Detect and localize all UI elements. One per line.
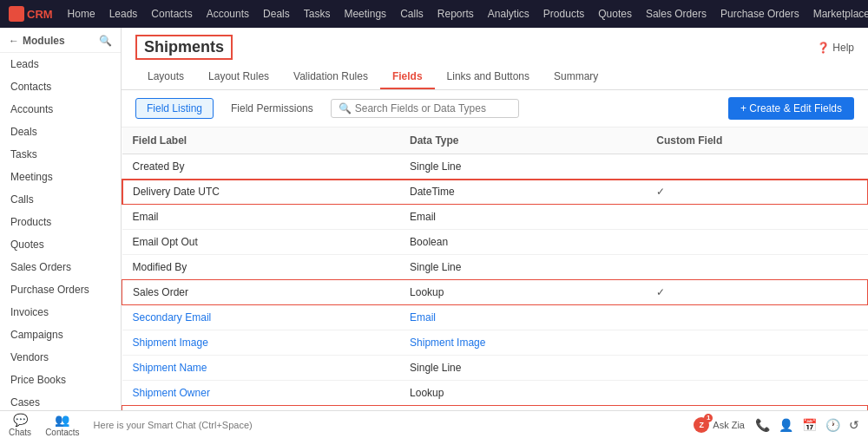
fields-table: Field Label Data Type Custom Field Creat… — [122, 127, 868, 410]
page-header: Shipments ❓ Help Layouts Layout Rules Va… — [122, 28, 868, 90]
content-area: Shipments ❓ Help Layouts Layout Rules Va… — [122, 28, 868, 410]
sidebar-item-quotes[interactable]: Quotes — [0, 233, 121, 256]
brand-name: CRM — [27, 8, 53, 21]
table-row: Shipment Name Single Line — [122, 356, 868, 381]
data-type-cell: Single Line — [399, 255, 646, 280]
custom-field-cell — [646, 305, 867, 330]
sidebar-item-cases[interactable]: Cases — [0, 391, 121, 410]
nav-analytics[interactable]: Analytics — [482, 0, 536, 28]
custom-field-cell — [646, 330, 867, 356]
zia-badge: 1 — [704, 414, 713, 422]
tab-fields[interactable]: Fields — [380, 65, 435, 89]
sidebar-item-meetings[interactable]: Meetings — [0, 166, 121, 188]
zia-section: Z 1 Ask Zia 📞 👤 📅 🕐 ↺ — [694, 417, 859, 433]
field-permissions-button[interactable]: Field Permissions — [220, 99, 324, 118]
contacts-label: Contacts — [45, 428, 79, 437]
nav-home[interactable]: Home — [62, 0, 102, 28]
field-label-cell: Shipment Name — [122, 356, 400, 381]
tab-summary[interactable]: Summary — [542, 65, 610, 89]
top-navigation: CRM Home Leads Contacts Accounts Deals T… — [0, 0, 868, 28]
sub-toolbar: Field Listing Field Permissions 🔍 + Crea… — [122, 90, 868, 127]
nav-quotes[interactable]: Quotes — [592, 0, 638, 28]
sidebar-title: Modules — [23, 35, 65, 47]
table-row: Email Opt Out Boolean — [122, 230, 868, 255]
search-field-container: 🔍 — [331, 99, 519, 118]
sidebar-item-calls[interactable]: Calls — [0, 188, 121, 211]
help-link[interactable]: ❓ Help — [817, 42, 854, 54]
calendar-bottom-icon[interactable]: 📅 — [802, 418, 817, 432]
contacts-button[interactable]: 👥 Contacts — [45, 413, 79, 437]
chats-button[interactable]: 💬 Chats — [9, 413, 31, 437]
main-layout: ← Modules 🔍 Leads Contacts Accounts Deal… — [0, 28, 868, 410]
nav-marketplace[interactable]: Marketplace — [807, 0, 868, 28]
zia-icon: Z 1 — [694, 417, 709, 433]
create-edit-fields-button[interactable]: + Create & Edit Fields — [728, 97, 854, 120]
sidebar: ← Modules 🔍 Leads Contacts Accounts Deal… — [0, 28, 122, 410]
field-label-cell: Modified By — [122, 255, 400, 280]
nav-reports[interactable]: Reports — [431, 0, 480, 28]
sidebar-item-contacts[interactable]: Contacts — [0, 75, 121, 98]
data-type-cell: Lookup — [399, 381, 646, 406]
table-row: Shipment Owner Lookup — [122, 381, 868, 406]
table-row: Delivery Date UTC DateTime ✓ — [122, 180, 868, 205]
sidebar-search-icon[interactable]: 🔍 — [99, 35, 112, 47]
sidebar-item-price-books[interactable]: Price Books — [0, 369, 121, 391]
smart-chat-hint: Here is your Smart Chat (Ctrl+Space) — [94, 420, 681, 430]
sidebar-item-invoices[interactable]: Invoices — [0, 301, 121, 324]
nav-tasks[interactable]: Tasks — [298, 0, 337, 28]
back-arrow-icon[interactable]: ← — [9, 35, 19, 47]
custom-field-cell — [646, 356, 867, 381]
help-label: Help — [832, 42, 854, 54]
phone-icon[interactable]: 📞 — [755, 418, 770, 432]
nav-deals[interactable]: Deals — [257, 0, 296, 28]
person-icon[interactable]: 👤 — [779, 418, 793, 432]
table-row: Modified By Single Line — [122, 255, 868, 280]
field-label-cell: Email Opt Out — [122, 230, 400, 255]
nav-accounts[interactable]: Accounts — [201, 0, 255, 28]
sidebar-item-vendors[interactable]: Vendors — [0, 346, 121, 369]
page-title: Shipments — [135, 35, 233, 60]
zia-label: Ask Zia — [713, 420, 745, 430]
sidebar-item-deals[interactable]: Deals — [0, 121, 121, 143]
custom-field-cell: ✓ — [646, 280, 867, 305]
nav-purchase-orders[interactable]: Purchase Orders — [714, 0, 806, 28]
field-label-cell: Shipped Date UTC — [122, 406, 400, 411]
nav-leads[interactable]: Leads — [103, 0, 144, 28]
sidebar-item-tasks[interactable]: Tasks — [0, 143, 121, 166]
sidebar-item-products[interactable]: Products — [0, 211, 121, 233]
nav-meetings[interactable]: Meetings — [338, 0, 392, 28]
nav-sales-orders[interactable]: Sales Orders — [640, 0, 713, 28]
clock-icon[interactable]: 🕐 — [825, 418, 840, 432]
search-fields-input[interactable] — [355, 102, 511, 114]
table-header-row: Field Label Data Type Custom Field — [122, 127, 868, 154]
contacts-icon: 👥 — [55, 413, 69, 427]
data-type-cell: Lookup — [399, 280, 646, 305]
field-listing-button[interactable]: Field Listing — [135, 98, 214, 119]
tab-layouts[interactable]: Layouts — [135, 65, 196, 89]
refresh-icon[interactable]: ↺ — [849, 418, 859, 432]
tab-validation-rules[interactable]: Validation Rules — [281, 65, 380, 89]
tab-layout-rules[interactable]: Layout Rules — [196, 65, 281, 89]
sidebar-item-leads[interactable]: Leads — [0, 53, 121, 75]
field-label-cell: Secondary Email — [122, 305, 400, 330]
field-label-cell: Created By — [122, 154, 400, 180]
nav-products[interactable]: Products — [537, 0, 590, 28]
sidebar-item-accounts[interactable]: Accounts — [0, 98, 121, 121]
data-type-cell: DateTime — [399, 180, 646, 205]
brand-logo[interactable]: CRM — [9, 6, 53, 22]
custom-field-cell: ✓ — [646, 180, 867, 205]
sidebar-item-sales-orders[interactable]: Sales Orders — [0, 256, 121, 278]
sidebar-item-purchase-orders[interactable]: Purchase Orders — [0, 278, 121, 301]
crm-icon — [9, 6, 24, 22]
nav-contacts[interactable]: Contacts — [145, 0, 198, 28]
table-row: Sales Order Lookup ✓ — [122, 280, 868, 305]
tab-links-buttons[interactable]: Links and Buttons — [435, 65, 542, 89]
custom-field-cell — [646, 255, 867, 280]
field-label-cell: Shipment Image — [122, 330, 400, 356]
zia-button[interactable]: Z 1 Ask Zia — [694, 417, 745, 433]
bottom-action-icons: 📞 👤 📅 🕐 ↺ — [755, 418, 859, 432]
nav-calls[interactable]: Calls — [394, 0, 430, 28]
sidebar-item-campaigns[interactable]: Campaigns — [0, 324, 121, 346]
bottom-bar: 💬 Chats 👥 Contacts Here is your Smart Ch… — [0, 410, 868, 438]
custom-field-cell — [646, 205, 867, 230]
